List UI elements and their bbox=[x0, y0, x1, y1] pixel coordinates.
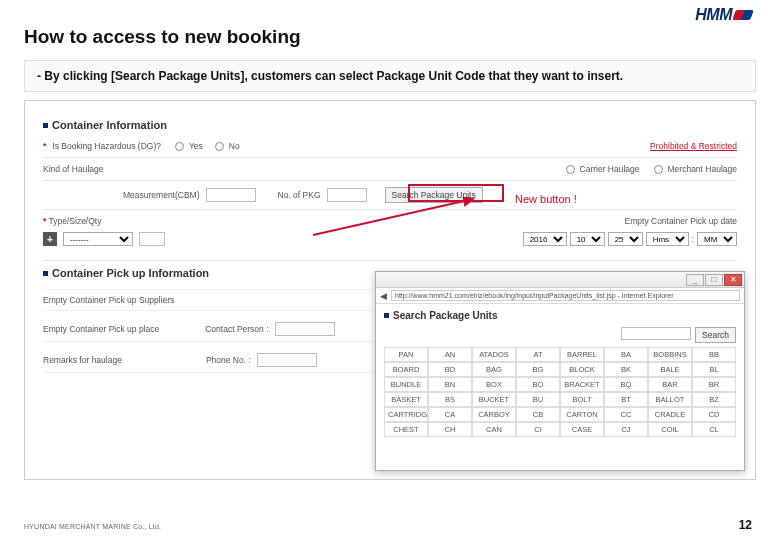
hazardous-no-label: No bbox=[229, 141, 240, 151]
table-cell: BRACKET bbox=[560, 377, 604, 392]
package-units-table: PANANATADOSATBARRELBABOBBINSBBBOARDBDBAG… bbox=[384, 347, 736, 437]
brand-text: HMM bbox=[695, 6, 732, 24]
table-cell: BLOCK bbox=[560, 362, 604, 377]
table-cell: PAN bbox=[384, 347, 428, 362]
table-cell: BUCKET bbox=[472, 392, 516, 407]
popup-title-label: Search Package Units bbox=[393, 310, 498, 321]
popup-search-input[interactable] bbox=[621, 327, 691, 340]
type-select[interactable]: ------- bbox=[63, 232, 133, 246]
table-cell: CAN bbox=[472, 422, 516, 437]
table-cell: BU bbox=[516, 392, 560, 407]
contact-person-input[interactable] bbox=[275, 322, 335, 336]
pickup-info-label: Container Pick up Information bbox=[52, 267, 209, 279]
table-cell: BAR bbox=[648, 377, 692, 392]
phone-no-input[interactable] bbox=[257, 353, 317, 367]
hazardous-yes-radio[interactable] bbox=[175, 142, 184, 151]
table-cell: AT bbox=[516, 347, 560, 362]
bullet-icon bbox=[43, 271, 48, 276]
brand-logo: HMM bbox=[695, 6, 752, 24]
day-select[interactable]: 25 bbox=[608, 232, 643, 246]
hazardous-no-radio[interactable] bbox=[215, 142, 224, 151]
table-cell: BALE bbox=[648, 362, 692, 377]
required-marker: * bbox=[43, 141, 46, 151]
popup-url: http://www.hmm21.com/ebiz/ebook/ing/inpu… bbox=[391, 290, 740, 301]
prohibited-link[interactable]: Prohibited & Restricted bbox=[650, 141, 737, 151]
table-cell: BOBBINS bbox=[648, 347, 692, 362]
popup-minimize-button[interactable]: _ bbox=[686, 274, 704, 286]
carrier-haulage-label: Carrier Haulage bbox=[580, 164, 640, 174]
bullet-icon bbox=[43, 123, 48, 128]
bullet-icon bbox=[384, 313, 389, 318]
highlight-box bbox=[408, 184, 504, 202]
month-select[interactable]: 10 bbox=[570, 232, 605, 246]
instruction-text: - By clicking [Search Package Units], cu… bbox=[24, 60, 756, 92]
minute-select[interactable]: MM bbox=[697, 232, 737, 246]
qty-input[interactable] bbox=[139, 232, 165, 246]
hour-select[interactable]: Hms bbox=[646, 232, 689, 246]
hazardous-yes-label: Yes bbox=[189, 141, 203, 151]
table-cell: CC bbox=[604, 407, 648, 422]
table-cell: CD bbox=[692, 407, 736, 422]
table-cell: BOARD bbox=[384, 362, 428, 377]
merchant-haulage-radio[interactable] bbox=[654, 165, 663, 174]
carrier-haulage-radio[interactable] bbox=[566, 165, 575, 174]
table-cell: CH bbox=[428, 422, 472, 437]
table-cell: AN bbox=[428, 347, 472, 362]
table-cell: CASE bbox=[560, 422, 604, 437]
table-cell: CI bbox=[516, 422, 560, 437]
table-cell: BD bbox=[428, 362, 472, 377]
popup-maximize-button[interactable]: □ bbox=[705, 274, 723, 286]
table-cell: CARBOY bbox=[472, 407, 516, 422]
table-cell: BQ bbox=[604, 377, 648, 392]
page-title: How to access to new booking bbox=[24, 26, 756, 48]
table-cell: CB bbox=[516, 407, 560, 422]
popup-back-icon[interactable]: ◀ bbox=[380, 291, 387, 301]
table-cell: CRADLE bbox=[648, 407, 692, 422]
table-cell: BA bbox=[604, 347, 648, 362]
empty-suppliers-label: Empty Container Pick up Suppliers bbox=[43, 295, 174, 305]
table-cell: BR bbox=[692, 377, 736, 392]
table-row[interactable]: BASKETBSBUCKETBUBOLTBTBALLOTBZ bbox=[384, 392, 736, 407]
empty-place-label: Empty Container Pick up place bbox=[43, 324, 159, 334]
table-row[interactable]: BOARDBDBAGBGBLOCKBKBALEBL bbox=[384, 362, 736, 377]
table-cell: BS bbox=[428, 392, 472, 407]
table-cell: CHEST bbox=[384, 422, 428, 437]
year-select[interactable]: 2016 bbox=[523, 232, 567, 246]
add-row-button[interactable]: + bbox=[43, 232, 57, 246]
popup-heading: Search Package Units bbox=[384, 310, 736, 321]
popup-close-button[interactable]: ✕ bbox=[724, 274, 742, 286]
no-of-pkg-input[interactable] bbox=[327, 188, 367, 202]
table-cell: BL bbox=[692, 362, 736, 377]
table-cell: BUNDLE bbox=[384, 377, 428, 392]
table-cell: BT bbox=[604, 392, 648, 407]
table-cell: COIL bbox=[648, 422, 692, 437]
empty-pickup-date-label: Empty Container Pick up date bbox=[625, 216, 737, 226]
table-cell: BZ bbox=[692, 392, 736, 407]
table-cell: CARTRIDGE bbox=[384, 407, 428, 422]
popup-search-button[interactable]: Search bbox=[695, 327, 736, 343]
hazardous-label: Is Booking Hazardous (DG)? bbox=[52, 141, 161, 151]
kind-haulage-label: Kind of Haulage bbox=[43, 164, 104, 174]
table-cell: BN bbox=[428, 377, 472, 392]
merchant-haulage-label: Merchant Haulage bbox=[668, 164, 737, 174]
brand-swoosh-icon bbox=[732, 10, 754, 20]
table-row[interactable]: CHESTCHCANCICASECJCOILCL bbox=[384, 422, 736, 437]
table-cell: BAG bbox=[472, 362, 516, 377]
table-row[interactable]: PANANATADOSATBARRELBABOBBINSBB bbox=[384, 347, 736, 362]
table-cell: BB bbox=[692, 347, 736, 362]
package-units-popup: _ □ ✕ ◀ http://www.hmm21.com/ebiz/ebook/… bbox=[375, 271, 745, 471]
table-cell: BG bbox=[516, 362, 560, 377]
page-number: 12 bbox=[739, 518, 752, 532]
table-cell: BO bbox=[516, 377, 560, 392]
table-cell: BALLOT bbox=[648, 392, 692, 407]
app-screenshot: Container Information * Is Booking Hazar… bbox=[24, 100, 756, 480]
measurement-label: Measurement(CBM) bbox=[123, 190, 200, 200]
measurement-input[interactable] bbox=[206, 188, 256, 202]
table-cell: BOLT bbox=[560, 392, 604, 407]
table-row[interactable]: BUNDLEBNBOXBOBRACKETBQBARBR bbox=[384, 377, 736, 392]
table-cell: ATADOS bbox=[472, 347, 516, 362]
table-cell: CARTON bbox=[560, 407, 604, 422]
new-button-annotation: New button ! bbox=[515, 193, 577, 205]
table-row[interactable]: CARTRIDGECACARBOYCBCARTONCCCRADLECD bbox=[384, 407, 736, 422]
table-cell: CL bbox=[692, 422, 736, 437]
